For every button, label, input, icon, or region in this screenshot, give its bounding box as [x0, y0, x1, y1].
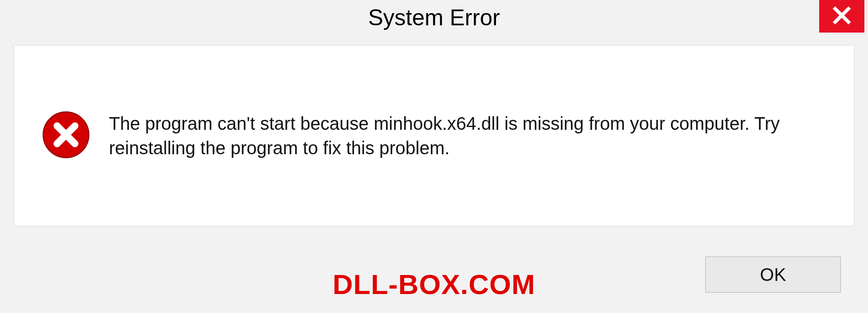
- dialog-content: The program can't start because minhook.…: [14, 45, 854, 226]
- watermark-text: DLL-BOX.COM: [333, 268, 535, 300]
- error-icon: [41, 110, 91, 161]
- dialog-title: System Error: [368, 5, 500, 31]
- dialog-titlebar: System Error: [0, 0, 868, 36]
- close-icon: [832, 5, 852, 27]
- ok-button-label: OK: [760, 265, 786, 285]
- close-button[interactable]: [819, 0, 864, 33]
- error-message: The program can't start because minhook.…: [109, 111, 787, 160]
- dialog-footer: DLL-BOX.COM OK: [0, 241, 868, 313]
- ok-button[interactable]: OK: [705, 256, 841, 293]
